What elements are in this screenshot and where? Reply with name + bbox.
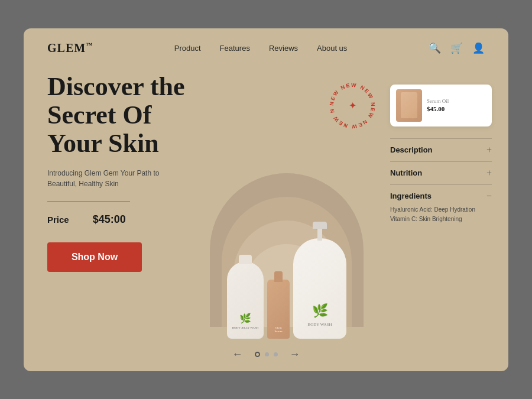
- product-card: Serum Oil $45.00: [390, 85, 492, 126]
- shop-now-button[interactable]: Shop Now: [47, 242, 142, 272]
- pump-head: [313, 222, 327, 241]
- nutrition-header[interactable]: Nutrition +: [390, 168, 492, 179]
- main-nav: Product Features Reviews About us: [174, 44, 348, 53]
- product-card-name: Serum Oil: [427, 98, 486, 104]
- ingredients-title: Ingredients: [390, 192, 432, 200]
- ingredients-content: Hyaluronic Acid: Deep Hydration Vitamin …: [390, 205, 492, 224]
- search-icon[interactable]: 🔍: [429, 42, 441, 54]
- ingredients-section: Ingredients − Hyaluronic Acid: Deep Hydr…: [390, 184, 492, 230]
- prev-arrow[interactable]: ←: [232, 348, 243, 361]
- ingredients-toggle[interactable]: −: [486, 191, 492, 202]
- tube-label: BODY JELLY WASH: [232, 326, 259, 330]
- ingredient-1: Hyaluronic Acid: Deep Hydration: [390, 205, 492, 215]
- product-card-bottle: [401, 92, 417, 118]
- right-panel: Serum Oil $45.00 Description + Nutrition…: [384, 55, 508, 362]
- svg-text:✦: ✦: [349, 100, 356, 111]
- pump-top: [313, 222, 327, 229]
- hero-subtitle: Introducing Glem Gem Your Path to Beauti…: [47, 168, 166, 189]
- price-label: Price: [47, 215, 69, 225]
- nav-features[interactable]: Features: [220, 44, 250, 53]
- main-content: Discover the Secret Of Your Skin Introdu…: [24, 55, 508, 362]
- dot-2[interactable]: [265, 352, 269, 356]
- brand-logo: GLEM™: [47, 41, 93, 55]
- nutrition-title: Nutrition: [390, 168, 422, 177]
- dot-3[interactable]: [274, 352, 278, 356]
- hero-title: Discover the Secret Of Your Skin: [47, 73, 189, 158]
- center-panel: NEW NEW NEW NEW NEW NEW NEW NEW ✦ 🌿 BODY…: [189, 55, 384, 362]
- description-toggle[interactable]: +: [486, 145, 492, 155]
- pagination-dots: [255, 352, 278, 357]
- divider: [47, 201, 130, 202]
- products-group: 🌿 BODY JELLY WASH GlemSerum 🌿 BODY WASH: [227, 238, 346, 339]
- ingredient-2: Vitamin C: Skin Brightening: [390, 215, 492, 224]
- price-row: Price $45:00: [47, 213, 189, 226]
- user-icon[interactable]: 👤: [472, 42, 485, 54]
- header-icons: 🔍 🛒 👤: [429, 42, 485, 54]
- product-card-price: $45.00: [427, 105, 486, 112]
- header: GLEM™ Product Features Reviews About us …: [24, 28, 508, 55]
- left-panel: Discover the Secret Of Your Skin Introdu…: [24, 55, 189, 362]
- nutrition-toggle[interactable]: +: [486, 168, 492, 179]
- serum-label: GlemSerum: [274, 326, 282, 334]
- nutrition-section: Nutrition +: [390, 161, 492, 184]
- nav-about[interactable]: About us: [317, 44, 347, 53]
- pagination: ← →: [24, 348, 508, 361]
- price-value: $45:00: [93, 213, 126, 226]
- new-badge: NEW NEW NEW NEW NEW NEW NEW NEW ✦: [326, 80, 378, 132]
- product-serum: GlemSerum: [267, 280, 290, 339]
- product-card-image: [396, 89, 422, 122]
- product-tube: 🌿 BODY JELLY WASH: [227, 262, 264, 339]
- nav-reviews[interactable]: Reviews: [269, 44, 298, 53]
- pump-label: BODY WASH: [307, 322, 332, 327]
- pump-leaf-icon: 🌿: [312, 303, 328, 319]
- description-title: Description: [390, 145, 433, 154]
- product-card-info: Serum Oil $45.00: [427, 98, 486, 112]
- serum-cap: [274, 271, 283, 282]
- nav-product[interactable]: Product: [174, 44, 201, 53]
- pump-neck: [317, 229, 322, 241]
- page-wrapper: GLEM™ Product Features Reviews About us …: [24, 28, 508, 371]
- cart-icon[interactable]: 🛒: [450, 42, 463, 54]
- description-header[interactable]: Description +: [390, 145, 492, 155]
- description-section: Description +: [390, 138, 492, 161]
- next-arrow[interactable]: →: [290, 348, 300, 361]
- tube-leaf-icon: 🌿: [239, 313, 251, 324]
- dot-1[interactable]: [255, 352, 260, 357]
- ingredients-header[interactable]: Ingredients −: [390, 191, 492, 202]
- product-pump: 🌿 BODY WASH: [293, 238, 346, 339]
